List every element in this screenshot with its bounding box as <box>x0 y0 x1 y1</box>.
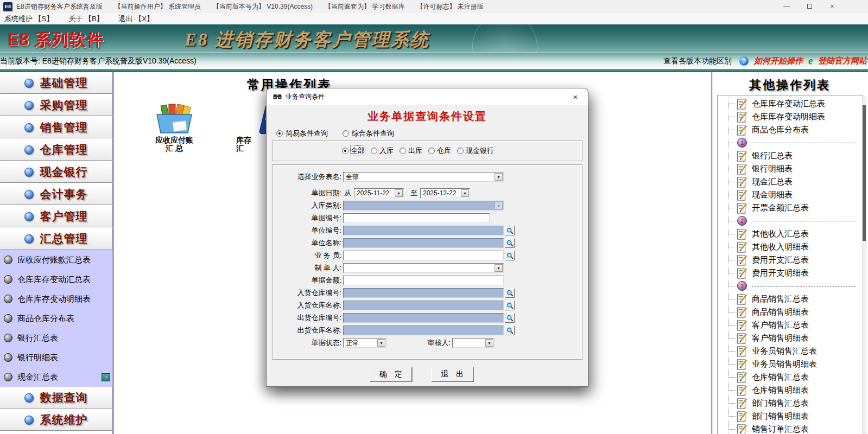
radio-icon <box>428 148 435 154</box>
sidebar-nav-button[interactable]: 采购管理 <box>0 94 112 116</box>
salesman-lookup-button[interactable] <box>505 251 515 260</box>
report-tree-item[interactable]: 银行汇总表 <box>718 149 857 162</box>
report-tree-item[interactable]: 现金汇总表 <box>718 175 857 188</box>
menu-item[interactable]: 系统维护 【S】 <box>4 14 53 24</box>
combo-arrow-icon[interactable]: ▼ <box>395 189 403 197</box>
out-warehouse-name-lookup-button[interactable] <box>505 326 515 335</box>
minimize-button[interactable]: — <box>782 3 791 10</box>
report-tree-item[interactable]: 客户销售明细表 <box>718 331 857 344</box>
magnifier-icon <box>506 240 514 247</box>
report-tree-item[interactable]: 部门销售明细表 <box>718 410 857 423</box>
simple-query-radio[interactable]: 简易条件查询 <box>276 129 328 138</box>
report-tree-item[interactable]: 仓库销售汇总表 <box>718 371 857 384</box>
report-tree-item[interactable]: 现金明细表 <box>718 188 857 201</box>
summary-report-item[interactable]: 银行明细表 <box>0 348 112 367</box>
report-list-scrollbar[interactable] <box>862 97 866 434</box>
brand-text: E8 系列软件 <box>8 29 104 52</box>
scope-radio[interactable]: 出库 <box>400 146 422 156</box>
report-tree-item[interactable]: 费用开支明细表 <box>718 266 857 279</box>
scope-radio[interactable]: 仓库 <box>428 146 451 156</box>
out-warehouse-code-lookup-button[interactable] <box>505 313 515 323</box>
report-tree-item[interactable]: 销售订单汇总表 <box>718 423 857 434</box>
auditor-combobox[interactable]: ▼ <box>452 338 495 348</box>
report-tree-item[interactable]: 开票金额汇总表 <box>718 201 857 214</box>
report-tree-item[interactable]: 业务员销售明细表 <box>718 358 857 371</box>
sidebar-nav-button[interactable]: 系统维护 <box>0 409 112 431</box>
combo-arrow-icon[interactable]: ▼ <box>461 189 469 197</box>
combo-arrow-icon[interactable]: ▼ <box>485 339 493 347</box>
combo-arrow-icon[interactable]: ▼ <box>495 173 503 181</box>
sphere-bullet-icon <box>24 234 34 244</box>
report-tree-item[interactable]: 商品仓库分布表 <box>718 123 857 136</box>
report-tree-item[interactable]: 其他收入汇总表 <box>718 227 857 240</box>
amount-input[interactable] <box>343 276 504 285</box>
report-tree-item[interactable]: 仓库销售明细表 <box>718 384 857 397</box>
report-tree-item[interactable]: 银行明细表 <box>718 162 857 175</box>
business-table-combobox[interactable]: 全部 ▼ <box>343 172 504 182</box>
report-tree-item[interactable]: 仓库库存变动汇总表 <box>718 97 857 110</box>
sidebar-nav-button[interactable]: 客户管理 <box>0 206 112 227</box>
doc-number-input[interactable] <box>343 213 490 223</box>
scope-radio[interactable]: 入库 <box>371 146 394 156</box>
dialog-close-button[interactable]: × <box>569 92 581 101</box>
ok-button[interactable]: 确 定 <box>370 367 412 381</box>
scrollbar-thumb[interactable] <box>863 105 866 241</box>
report-tree-item[interactable]: 仓库库存变动明细表 <box>718 110 857 123</box>
notepad-pencil-icon <box>736 98 748 110</box>
complex-query-radio[interactable]: 综合条件查询 <box>343 129 394 138</box>
sidebar-nav-button[interactable]: 会计事务 <box>0 183 112 205</box>
sidebar-nav-button[interactable]: 数据查询 <box>0 387 112 409</box>
combo-arrow-icon: ▼ <box>495 202 503 209</box>
desktop-icon-receivables[interactable]: 应收应付账 汇 总 <box>142 104 207 152</box>
scope-radio[interactable]: 全部 <box>342 146 365 156</box>
unit-code-lookup-button[interactable] <box>505 226 515 235</box>
summary-report-item[interactable]: 仓库库存变动明细表 <box>0 289 112 309</box>
compare-versions-link[interactable]: 查看各版本功能区别 <box>663 56 732 66</box>
tree-connector <box>728 247 736 247</box>
summary-report-item[interactable]: 仓库库存变动汇总表 <box>0 270 112 289</box>
exit-button[interactable]: 退 出 <box>431 367 473 381</box>
notepad-pencil-icon <box>736 306 748 318</box>
summary-report-item[interactable]: 商品仓库分布表 <box>0 309 112 328</box>
date-to-combobox[interactable]: 2025-12-22 ▼ <box>420 188 470 198</box>
report-tree-item[interactable]: 客户销售汇总表 <box>718 318 857 331</box>
sidebar-nav-button[interactable]: 仓库管理 <box>0 139 112 161</box>
official-site-link[interactable]: 登陆官方网站 <box>818 56 867 66</box>
report-tree-item[interactable]: 商品销售明细表 <box>718 305 857 318</box>
sidebar-nav-button[interactable]: 现金银行 <box>0 161 112 183</box>
summary-report-item[interactable]: 现金汇总表 <box>0 367 112 387</box>
report-tree-item[interactable]: 费用开支汇总表 <box>718 253 857 266</box>
dialog-titlebar: 业务查询条件 × <box>267 88 588 105</box>
summary-report-item[interactable]: 银行汇总表 <box>0 328 112 348</box>
report-tree-item[interactable]: 商品销售汇总表 <box>718 292 857 305</box>
report-tree-item[interactable]: 其他收入明细表 <box>718 240 857 253</box>
sidebar-nav-button[interactable]: 销售管理 <box>0 117 112 138</box>
maximize-button[interactable] <box>805 3 814 10</box>
maker-combobox[interactable]: ▼ <box>343 263 504 273</box>
combo-arrow-icon[interactable]: ▼ <box>377 339 385 347</box>
scope-radio[interactable]: 现金银行 <box>457 146 494 156</box>
sidebar-nav-button[interactable]: 退 出 <box>0 431 112 434</box>
in-warehouse-name-lookup-button[interactable] <box>505 301 515 310</box>
dialog-title: 业务查询条件 <box>286 92 325 101</box>
how-to-start-link[interactable]: 如何开始操作 <box>754 56 803 66</box>
report-tree-item[interactable]: 业务员销售汇总表 <box>718 344 857 358</box>
binoculars-icon <box>273 93 282 100</box>
summary-report-item[interactable]: 应收应付账款汇总表 <box>0 250 112 270</box>
unit-name-lookup-button[interactable] <box>505 238 515 248</box>
sphere-bullet-icon <box>24 101 34 110</box>
menu-item[interactable]: 退出 【X】 <box>119 14 154 24</box>
sidebar-nav-button[interactable]: 汇总管理 <box>0 228 112 250</box>
in-warehouse-code-lookup-button[interactable] <box>505 288 515 298</box>
report-tree-item[interactable]: 部门销售汇总表 <box>718 397 857 410</box>
close-button[interactable]: × <box>828 3 837 10</box>
other-operations-heading: 其他操作列表 <box>712 77 868 93</box>
date-from-combobox[interactable]: 2025-11-22 ▼ <box>354 188 404 198</box>
status-combobox[interactable]: 正常 ▼ <box>343 338 387 348</box>
sublist-dropdown-button[interactable]: ▼ <box>102 373 110 381</box>
menu-item[interactable]: 关于 【B】 <box>68 14 103 24</box>
tree-connector <box>728 403 736 404</box>
salesman-input[interactable] <box>343 251 504 260</box>
combo-arrow-icon[interactable]: ▼ <box>495 264 503 272</box>
sidebar-nav-button[interactable]: 基础管理 <box>0 72 112 94</box>
